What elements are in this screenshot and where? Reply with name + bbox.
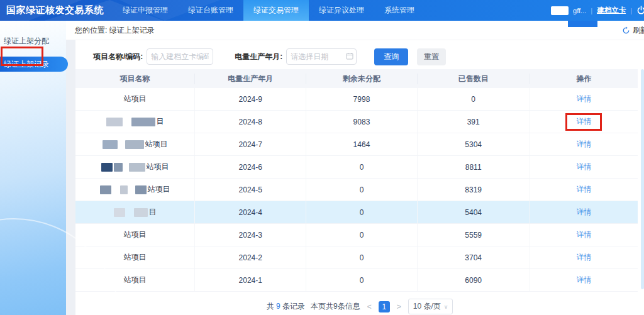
action-cell: 详情	[530, 179, 638, 201]
redaction-block	[114, 163, 123, 172]
detail-link[interactable]: 详情	[576, 116, 591, 127]
table-row: 站项目2024-305559详情	[75, 224, 638, 246]
project-name-text: 站项目	[124, 275, 147, 285]
reset-button[interactable]: 重置	[417, 48, 446, 65]
nav-tab-1[interactable]: 绿证台账管理	[178, 0, 243, 21]
records-table: 项目名称电量生产年月剩余未分配已售数目操作 站项目2024-979980详情目2…	[75, 69, 638, 292]
month-cell: 2024-4	[195, 201, 306, 223]
detail-link[interactable]: 详情	[576, 139, 591, 150]
redaction-block	[551, 6, 569, 15]
content-card: 项目名称/编码: 电量生产年月: 查询 重置 项目名称电量生产年月剩余未分配已售…	[75, 40, 644, 315]
project-name-input[interactable]	[147, 48, 213, 65]
redaction-block	[103, 140, 118, 149]
divider: |	[591, 7, 592, 14]
remaining-cell: 9083	[306, 111, 417, 133]
app-title: 国家绿证核发交易系统	[0, 4, 104, 16]
query-button[interactable]: 查询	[374, 48, 408, 65]
next-page-button[interactable]: >	[396, 302, 402, 311]
redaction-block	[113, 185, 119, 194]
action-cell: 详情	[530, 111, 638, 133]
sold-cell: 3704	[418, 246, 530, 268]
sidebar-item-0[interactable]: 绿证上架分配	[0, 32, 66, 50]
breadcrumb-bar: 您的位置: 绿证上架记录 刷新	[66, 21, 644, 40]
month-cell: 2024-5	[195, 179, 306, 201]
nav-tab-0[interactable]: 绿证申报管理	[113, 0, 178, 21]
project-name-cell: 站项目	[75, 179, 195, 201]
redaction-block	[131, 118, 155, 126]
project-name-label: 项目名称/编码:	[93, 52, 143, 62]
sold-cell: 5404	[418, 201, 530, 223]
redaction-block	[124, 118, 130, 126]
month-cell: 2024-2	[195, 246, 306, 268]
logout-power-icon[interactable]	[636, 6, 644, 15]
detail-link[interactable]: 详情	[576, 207, 591, 218]
detail-link[interactable]: 详情	[576, 229, 591, 240]
sold-cell: 8811	[418, 156, 530, 178]
sold-cell: 8319	[418, 179, 530, 201]
page-number-1[interactable]: 1	[379, 301, 390, 312]
table-row: 目2024-89083391详情	[75, 111, 638, 133]
user-area: gff... | 建档立卡 |	[551, 0, 644, 21]
detail-link[interactable]: 详情	[576, 252, 591, 263]
user-profile-link[interactable]: 建档立卡	[597, 6, 626, 15]
redaction-block	[120, 185, 128, 194]
sold-cell: 5304	[418, 133, 530, 155]
total-records: 共 9 条记录	[267, 301, 305, 312]
table-row: 站项目2024-714645304详情	[75, 133, 638, 156]
table-row: 站项目2024-608811详情	[75, 156, 638, 179]
project-name-cell: 站项目	[75, 133, 195, 155]
table-row: 站项目2024-203704详情	[75, 246, 638, 269]
refresh-icon	[622, 26, 630, 35]
project-name-text: 目	[149, 207, 157, 218]
project-name-cell: 站项目	[75, 224, 195, 246]
redaction-block	[101, 163, 113, 172]
prev-page-button[interactable]: <	[366, 302, 373, 311]
detail-link[interactable]: 详情	[576, 162, 591, 172]
remaining-cell: 0	[306, 246, 417, 268]
pagination: 共 9 条记录 本页共9条信息 < 1 > 10 条/页 ∨	[75, 299, 644, 314]
month-cell: 2024-3	[195, 224, 306, 246]
page-size-select[interactable]: 10 条/页 ∨	[408, 299, 453, 314]
main-nav-menu: 绿证申报管理绿证台账管理绿证交易管理绿证异议处理系统管理	[113, 0, 425, 21]
project-name-cell: 站项目	[75, 156, 195, 178]
scrollbar[interactable]	[641, 69, 644, 289]
detail-link[interactable]: 详情	[576, 184, 591, 195]
refresh-label: 刷新	[633, 25, 644, 36]
project-name-text: 站项目	[147, 162, 169, 172]
project-name-cell: 目	[75, 201, 195, 223]
sidebar-item-1[interactable]: 绿证上架记录	[0, 57, 68, 72]
calendar-icon	[346, 52, 353, 60]
redaction-block	[100, 185, 111, 194]
divider: |	[630, 7, 632, 14]
detail-link[interactable]: 详情	[576, 94, 591, 104]
column-header-4: 操作	[530, 74, 638, 84]
redaction-block	[126, 208, 133, 217]
sold-cell: 5559	[418, 224, 530, 246]
user-name: gff...	[573, 7, 586, 14]
sold-cell: 6090	[418, 269, 530, 291]
redaction-block	[119, 140, 124, 149]
refresh-button[interactable]: 刷新	[622, 25, 644, 36]
remaining-cell: 1464	[306, 133, 417, 155]
action-cell: 详情	[530, 156, 638, 178]
redaction-block	[129, 163, 145, 172]
table-row: 目2024-405404详情	[75, 201, 638, 224]
navbar-dropdown-indicator	[568, 21, 597, 27]
sold-cell: 391	[418, 111, 530, 133]
page-info: 本页共9条信息	[311, 301, 360, 312]
production-month-label: 电量生产年月:	[235, 52, 282, 62]
nav-tab-3[interactable]: 绿证异议处理	[309, 0, 374, 21]
top-navbar: 国家绿证核发交易系统 绿证申报管理绿证台账管理绿证交易管理绿证异议处理系统管理 …	[0, 0, 644, 21]
detail-link[interactable]: 详情	[576, 275, 591, 285]
redaction-block	[134, 208, 148, 217]
nav-tab-4[interactable]: 系统管理	[374, 0, 425, 21]
remaining-cell: 0	[306, 201, 417, 223]
action-cell: 详情	[530, 88, 638, 110]
chevron-down-icon: ∨	[444, 304, 448, 310]
nav-tab-2[interactable]: 绿证交易管理	[243, 0, 309, 21]
column-header-3: 已售数目	[418, 74, 530, 84]
remaining-cell: 0	[306, 179, 417, 201]
remaining-cell: 0	[306, 269, 417, 291]
project-name-text: 目	[157, 116, 164, 127]
project-name-text: 站项目	[124, 94, 147, 104]
